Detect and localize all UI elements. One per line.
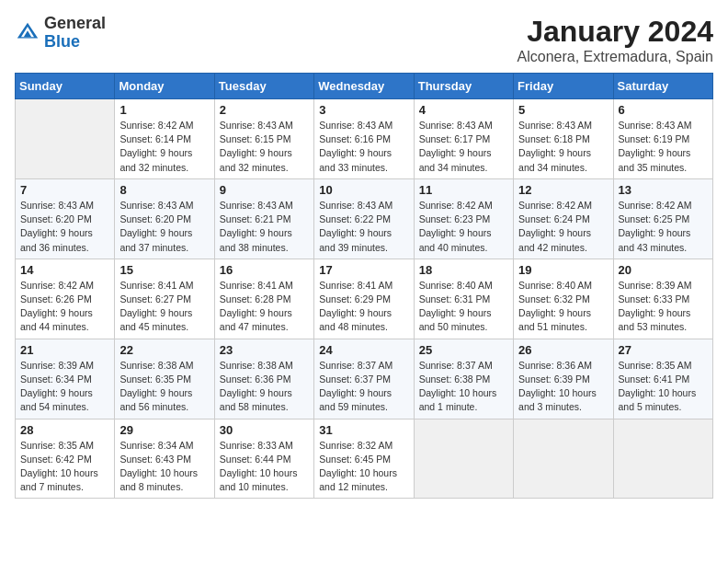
day-header-tuesday: Tuesday — [214, 74, 313, 99]
logo: General Blue — [15, 15, 106, 52]
day-info: Sunrise: 8:39 AMSunset: 6:34 PMDaylight:… — [20, 359, 109, 415]
calendar-cell: 20Sunrise: 8:39 AMSunset: 6:33 PMDayligh… — [613, 259, 712, 339]
day-info: Sunrise: 8:37 AMSunset: 6:38 PMDaylight:… — [419, 359, 508, 415]
day-info: Sunrise: 8:35 AMSunset: 6:42 PMDaylight:… — [20, 439, 109, 495]
calendar-cell: 13Sunrise: 8:42 AMSunset: 6:25 PMDayligh… — [613, 178, 712, 259]
day-info: Sunrise: 8:35 AMSunset: 6:41 PMDaylight:… — [619, 359, 708, 415]
day-header-wednesday: Wednesday — [314, 74, 414, 99]
calendar-header-row: SundayMondayTuesdayWednesdayThursdayFrid… — [16, 74, 713, 99]
calendar-cell: 10Sunrise: 8:43 AMSunset: 6:22 PMDayligh… — [314, 178, 414, 259]
day-number: 12 — [518, 183, 608, 197]
day-number: 11 — [419, 183, 508, 197]
day-number: 31 — [319, 423, 408, 437]
day-info: Sunrise: 8:41 AMSunset: 6:28 PMDaylight:… — [220, 279, 309, 335]
calendar-week-3: 14Sunrise: 8:42 AMSunset: 6:26 PMDayligh… — [16, 259, 713, 339]
page-header: General Blue January 2024 Alconera, Extr… — [15, 15, 713, 65]
calendar-cell: 18Sunrise: 8:40 AMSunset: 6:31 PMDayligh… — [414, 259, 513, 339]
calendar-week-5: 28Sunrise: 8:35 AMSunset: 6:42 PMDayligh… — [16, 419, 713, 499]
calendar-week-1: 1Sunrise: 8:42 AMSunset: 6:14 PMDaylight… — [16, 99, 713, 179]
day-number: 26 — [518, 343, 608, 357]
calendar-cell: 9Sunrise: 8:43 AMSunset: 6:21 PMDaylight… — [214, 178, 313, 259]
day-header-saturday: Saturday — [613, 74, 712, 99]
day-info: Sunrise: 8:39 AMSunset: 6:33 PMDaylight:… — [619, 279, 708, 335]
calendar-cell: 12Sunrise: 8:42 AMSunset: 6:24 PMDayligh… — [514, 178, 613, 259]
day-number: 3 — [319, 103, 408, 117]
calendar-cell: 31Sunrise: 8:32 AMSunset: 6:45 PMDayligh… — [314, 419, 414, 499]
day-info: Sunrise: 8:43 AMSunset: 6:15 PMDaylight:… — [220, 119, 309, 175]
day-info: Sunrise: 8:40 AMSunset: 6:31 PMDaylight:… — [419, 279, 508, 335]
day-number: 22 — [119, 343, 209, 357]
day-info: Sunrise: 8:42 AMSunset: 6:14 PMDaylight:… — [119, 119, 209, 175]
calendar-cell: 16Sunrise: 8:41 AMSunset: 6:28 PMDayligh… — [214, 259, 313, 339]
day-number: 20 — [619, 263, 708, 277]
day-number: 14 — [20, 263, 109, 277]
day-number: 1 — [119, 103, 209, 117]
day-info: Sunrise: 8:43 AMSunset: 6:18 PMDaylight:… — [518, 119, 608, 175]
title-block: January 2024 Alconera, Extremadura, Spai… — [518, 15, 713, 65]
page-title: January 2024 — [518, 15, 713, 49]
day-number: 9 — [220, 183, 309, 197]
day-info: Sunrise: 8:36 AMSunset: 6:39 PMDaylight:… — [518, 359, 608, 415]
day-info: Sunrise: 8:41 AMSunset: 6:27 PMDaylight:… — [119, 279, 209, 335]
day-info: Sunrise: 8:43 AMSunset: 6:17 PMDaylight:… — [419, 119, 508, 175]
day-number: 25 — [419, 343, 508, 357]
calendar-cell: 30Sunrise: 8:33 AMSunset: 6:44 PMDayligh… — [214, 419, 313, 499]
day-info: Sunrise: 8:43 AMSunset: 6:21 PMDaylight:… — [220, 199, 309, 255]
day-number: 5 — [518, 103, 608, 117]
day-info: Sunrise: 8:43 AMSunset: 6:20 PMDaylight:… — [20, 199, 109, 255]
calendar-week-4: 21Sunrise: 8:39 AMSunset: 6:34 PMDayligh… — [16, 339, 713, 419]
day-info: Sunrise: 8:32 AMSunset: 6:45 PMDaylight:… — [319, 439, 408, 495]
page-subtitle: Alconera, Extremadura, Spain — [518, 49, 713, 65]
day-number: 2 — [220, 103, 309, 117]
day-info: Sunrise: 8:43 AMSunset: 6:16 PMDaylight:… — [319, 119, 408, 175]
calendar-cell: 5Sunrise: 8:43 AMSunset: 6:18 PMDaylight… — [514, 99, 613, 179]
day-number: 13 — [619, 183, 708, 197]
logo-general: General — [44, 14, 106, 32]
calendar-cell: 1Sunrise: 8:42 AMSunset: 6:14 PMDaylight… — [115, 99, 214, 179]
day-info: Sunrise: 8:43 AMSunset: 6:20 PMDaylight:… — [119, 199, 209, 255]
calendar-table: SundayMondayTuesdayWednesdayThursdayFrid… — [15, 73, 713, 499]
day-info: Sunrise: 8:33 AMSunset: 6:44 PMDaylight:… — [220, 439, 309, 495]
day-number: 6 — [619, 103, 708, 117]
day-info: Sunrise: 8:34 AMSunset: 6:43 PMDaylight:… — [119, 439, 209, 495]
calendar-cell: 8Sunrise: 8:43 AMSunset: 6:20 PMDaylight… — [115, 178, 214, 259]
calendar-cell: 3Sunrise: 8:43 AMSunset: 6:16 PMDaylight… — [314, 99, 414, 179]
calendar-cell: 24Sunrise: 8:37 AMSunset: 6:37 PMDayligh… — [314, 339, 414, 419]
calendar-cell: 29Sunrise: 8:34 AMSunset: 6:43 PMDayligh… — [115, 419, 214, 499]
day-header-monday: Monday — [115, 74, 214, 99]
day-info: Sunrise: 8:42 AMSunset: 6:23 PMDaylight:… — [419, 199, 508, 255]
day-number: 27 — [619, 343, 708, 357]
day-number: 18 — [419, 263, 508, 277]
calendar-week-2: 7Sunrise: 8:43 AMSunset: 6:20 PMDaylight… — [16, 178, 713, 259]
calendar-cell: 22Sunrise: 8:38 AMSunset: 6:35 PMDayligh… — [115, 339, 214, 419]
calendar-cell: 26Sunrise: 8:36 AMSunset: 6:39 PMDayligh… — [514, 339, 613, 419]
day-number: 7 — [20, 183, 109, 197]
calendar-cell: 2Sunrise: 8:43 AMSunset: 6:15 PMDaylight… — [214, 99, 313, 179]
day-info: Sunrise: 8:38 AMSunset: 6:35 PMDaylight:… — [119, 359, 209, 415]
calendar-cell: 14Sunrise: 8:42 AMSunset: 6:26 PMDayligh… — [16, 259, 115, 339]
day-number: 16 — [220, 263, 309, 277]
calendar-cell: 11Sunrise: 8:42 AMSunset: 6:23 PMDayligh… — [414, 178, 513, 259]
calendar-cell: 7Sunrise: 8:43 AMSunset: 6:20 PMDaylight… — [16, 178, 115, 259]
logo-icon — [15, 20, 40, 46]
calendar-cell — [414, 419, 513, 499]
day-info: Sunrise: 8:42 AMSunset: 6:24 PMDaylight:… — [518, 199, 608, 255]
day-number: 10 — [319, 183, 408, 197]
day-number: 21 — [20, 343, 109, 357]
day-number: 29 — [119, 423, 209, 437]
calendar-cell: 17Sunrise: 8:41 AMSunset: 6:29 PMDayligh… — [314, 259, 414, 339]
day-number: 15 — [119, 263, 209, 277]
calendar-cell: 19Sunrise: 8:40 AMSunset: 6:32 PMDayligh… — [514, 259, 613, 339]
day-number: 28 — [20, 423, 109, 437]
logo-blue: Blue — [44, 32, 80, 51]
day-info: Sunrise: 8:43 AMSunset: 6:19 PMDaylight:… — [619, 119, 708, 175]
day-info: Sunrise: 8:41 AMSunset: 6:29 PMDaylight:… — [319, 279, 408, 335]
day-number: 4 — [419, 103, 508, 117]
day-header-sunday: Sunday — [16, 74, 115, 99]
day-header-friday: Friday — [514, 74, 613, 99]
day-header-thursday: Thursday — [414, 74, 513, 99]
calendar-cell: 21Sunrise: 8:39 AMSunset: 6:34 PMDayligh… — [16, 339, 115, 419]
day-info: Sunrise: 8:37 AMSunset: 6:37 PMDaylight:… — [319, 359, 408, 415]
day-number: 30 — [220, 423, 309, 437]
day-info: Sunrise: 8:42 AMSunset: 6:26 PMDaylight:… — [20, 279, 109, 335]
